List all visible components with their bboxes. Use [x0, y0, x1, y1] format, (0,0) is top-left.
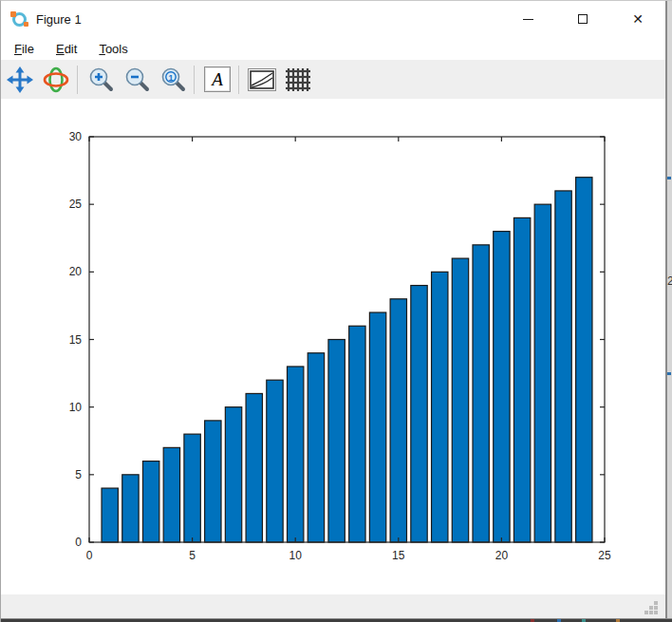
bar: [246, 393, 262, 542]
y-tick-label: 10: [69, 401, 83, 414]
bar: [555, 191, 571, 542]
bar: [142, 462, 159, 542]
maximize-icon: [578, 14, 588, 24]
background-partial-text: 2: [667, 274, 672, 288]
background-taskbar-strip: [1, 618, 672, 622]
bar: [411, 286, 427, 542]
bar: [513, 217, 530, 542]
bar: [225, 407, 241, 542]
zoom-original-tool-button[interactable]: 1: [156, 64, 190, 96]
bar: [163, 447, 179, 542]
x-tick-label: 25: [598, 549, 611, 562]
bar: [122, 475, 139, 542]
minimize-button[interactable]: [500, 1, 555, 37]
y-tick-label: 20: [69, 265, 83, 278]
y-tick-label: 25: [69, 198, 83, 211]
window-title: Figure 1: [36, 12, 82, 27]
title-bar[interactable]: Figure 1 ✕: [1, 1, 665, 37]
y-tick-label: 0: [75, 536, 82, 549]
bar: [102, 488, 118, 542]
rotate-icon: [43, 66, 69, 93]
menu-tools[interactable]: Tools: [90, 40, 136, 58]
octave-logo-icon: [11, 11, 28, 28]
toolbar-separator: [238, 66, 239, 94]
minimize-icon: [523, 19, 533, 20]
bar: [432, 272, 448, 542]
menu-bar: File Edit Tools: [1, 37, 665, 60]
figure-window: Figure 1 ✕ File Edit Tools: [0, 0, 672, 622]
grid-tool-button[interactable]: [281, 64, 315, 96]
bar: [494, 232, 510, 542]
svg-text:1: 1: [168, 73, 173, 83]
bar: [452, 258, 468, 542]
bar-chart: 0510152025051015202530: [1, 99, 665, 594]
background-window-edge: 2: [665, 1, 672, 618]
figure-canvas[interactable]: 0510152025051015202530: [1, 99, 665, 594]
toolbar-separator: [194, 66, 195, 94]
y-tick-label: 15: [69, 333, 83, 347]
bar: [369, 312, 385, 542]
grid-icon: [286, 68, 310, 91]
close-button[interactable]: ✕: [610, 1, 665, 37]
x-tick-label: 10: [289, 549, 303, 562]
axes-icon: [248, 68, 276, 91]
bar: [349, 326, 365, 542]
x-tick-label: 20: [495, 549, 509, 562]
maximize-button[interactable]: [555, 1, 610, 37]
text-a-icon: A: [204, 66, 231, 92]
insert-text-tool-button[interactable]: A: [200, 64, 234, 96]
bar: [308, 353, 324, 542]
menu-edit[interactable]: Edit: [47, 40, 85, 58]
toolbar: 1 A: [1, 60, 665, 99]
menu-file[interactable]: File: [6, 40, 43, 58]
x-tick-label: 0: [86, 549, 93, 562]
bar: [205, 421, 221, 542]
bar: [288, 367, 304, 542]
bar: [267, 380, 283, 542]
bar: [473, 245, 489, 542]
y-tick-label: 30: [69, 130, 83, 143]
zoom-original-icon: 1: [160, 66, 186, 92]
axes-tool-button[interactable]: [245, 64, 279, 96]
bar: [390, 299, 406, 542]
pan-tool-button[interactable]: [3, 64, 37, 96]
bar: [328, 340, 345, 543]
status-bar: [1, 594, 665, 618]
x-tick-label: 5: [189, 549, 196, 562]
bar: [184, 434, 200, 542]
toolbar-separator: [77, 66, 78, 94]
y-tick-label: 5: [75, 468, 82, 481]
resize-grip-icon[interactable]: [644, 601, 658, 614]
zoom-out-icon: [124, 66, 150, 92]
zoom-in-tool-button[interactable]: [84, 64, 118, 96]
pan-icon: [7, 66, 33, 93]
close-icon: ✕: [632, 12, 644, 26]
bar: [576, 178, 592, 542]
zoom-out-tool-button[interactable]: [120, 64, 154, 96]
bar: [534, 204, 551, 542]
rotate-tool-button[interactable]: [39, 64, 73, 96]
x-tick-label: 15: [392, 549, 405, 562]
zoom-in-icon: [88, 66, 114, 92]
